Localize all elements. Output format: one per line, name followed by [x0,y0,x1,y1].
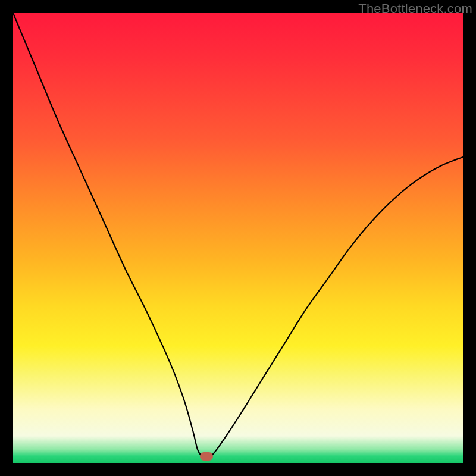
plot-area [13,13,463,463]
watermark-text: TheBottleneck.com [358,1,472,17]
optimum-marker [200,452,213,461]
bottleneck-curve [13,13,463,463]
chart-frame: TheBottleneck.com [0,0,476,476]
